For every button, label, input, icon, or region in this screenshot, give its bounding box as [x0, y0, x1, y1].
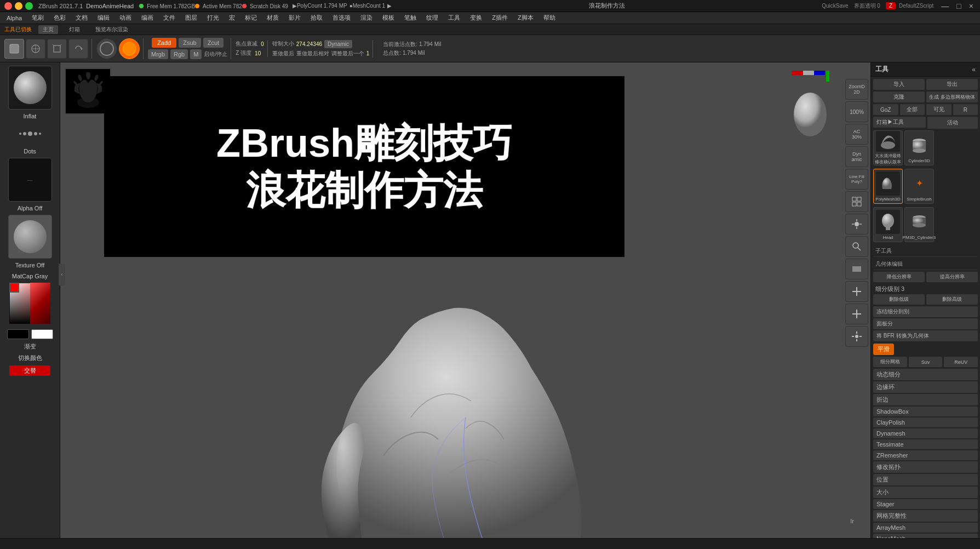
white-color-btn[interactable] [31, 329, 53, 339]
shadowbox-btn[interactable]: ShadowBox [873, 407, 978, 416]
freeze-subdiv-btn[interactable]: 冻结细分到别 [873, 306, 978, 317]
menu-light[interactable]: 打光 [203, 13, 223, 23]
grid-integrity-btn[interactable]: 网格完整性 [873, 510, 978, 522]
del-higher-btn[interactable]: 删除高级 [926, 294, 978, 305]
canvas-area[interactable]: ZBrush雕刻技巧 浪花制作方法 [60, 62, 870, 538]
rotate-mode-btn[interactable] [68, 39, 88, 59]
menu-color[interactable]: 色彩 [49, 13, 70, 23]
menu-texture[interactable]: 纹理 [422, 13, 443, 23]
menu-zscript[interactable]: Z脚本 [513, 13, 538, 23]
scale-mode-btn[interactable] [47, 39, 67, 59]
dynamic-btn[interactable]: Dynamic [324, 40, 352, 48]
zsub-btn[interactable]: Zsub [179, 38, 200, 48]
r-key-btn[interactable]: R [953, 104, 978, 115]
menu-movie[interactable]: 影片 [284, 13, 305, 23]
claypolish-btn[interactable]: ClayPolish [873, 418, 978, 427]
tab-home[interactable]: 主页 [38, 25, 58, 34]
100pct-btn[interactable]: 100% [845, 101, 868, 122]
mrgb-btn[interactable]: Mrgb [148, 49, 168, 59]
restore-icon[interactable]: □ [956, 2, 961, 10]
alpha-preview[interactable]: — [8, 158, 52, 202]
simplebrush-tool[interactable]: ✦ SimpleBrush [904, 169, 934, 204]
draw-mode-btn[interactable] [4, 39, 24, 59]
smooth-btn[interactable]: 平滑 [873, 344, 894, 355]
arraymesh-btn[interactable]: ArrayMesh [873, 523, 978, 533]
dynamesh-btn[interactable]: Dynamesh [873, 428, 978, 438]
minimize-btn[interactable] [15, 2, 22, 10]
menu-stroke[interactable]: 笔触 [400, 13, 421, 23]
menu-marker[interactable]: 标记 [240, 13, 261, 23]
all-btn[interactable]: 全部 [900, 104, 925, 115]
move-mode-btn[interactable] [26, 39, 45, 59]
suv-btn[interactable]: Suv [909, 357, 943, 367]
waterwave-tool[interactable]: 大水滴冲最终修改确认版本 [873, 130, 903, 165]
bfr-convert-btn[interactable]: 将 BFR 转换为几何体 [873, 330, 978, 341]
menu-transform[interactable]: 变换 [466, 13, 486, 23]
subdiv-mesh-btn[interactable]: 细分网格 [873, 357, 907, 367]
circle-btn[interactable] [96, 38, 117, 59]
menu-template[interactable]: 模板 [378, 13, 399, 23]
center-btn[interactable] [845, 214, 868, 235]
zoom2d-btn[interactable]: ZoomD2D [845, 79, 868, 100]
dots-preview[interactable] [8, 123, 52, 145]
menu-macro[interactable]: 宏 [225, 13, 239, 23]
tessimate-btn[interactable]: Tessimate [873, 439, 978, 449]
import-btn[interactable]: 导入 [873, 79, 925, 90]
minimize-icon[interactable]: — [941, 2, 949, 10]
tab-preview-bool[interactable]: 预览布尔渲染 [91, 25, 133, 34]
size-btn[interactable]: 大小 [873, 487, 978, 498]
clone-btn[interactable]: 克隆 [873, 92, 925, 102]
zbrush-logo[interactable]: Z [886, 2, 896, 9]
menu-picker[interactable]: 拾取 [306, 13, 327, 23]
tab-lightbox[interactable]: 灯箱 [65, 25, 84, 34]
subdiv-higher-btn[interactable]: 提高分辨率 [926, 272, 978, 282]
quick-save-btn[interactable]: QuickSave [822, 3, 848, 9]
del-lower-btn[interactable]: 删除低级 [873, 294, 925, 305]
grid-btn[interactable] [845, 191, 868, 212]
m-btn[interactable]: M [190, 49, 202, 59]
visible-btn[interactable]: 可见 [926, 104, 952, 115]
menu-material[interactable]: 材质 [262, 13, 283, 23]
ac30pct-btn[interactable]: AC30% [845, 124, 868, 145]
brush-preview[interactable] [8, 66, 52, 110]
linefill-btn[interactable]: Line FillPoly? [845, 169, 868, 190]
dynamic-subdiv-btn[interactable]: 动态细分 [873, 369, 978, 380]
search-btn[interactable] [845, 236, 868, 257]
menu-brush[interactable]: 笔刷 [27, 13, 48, 23]
stager-btn[interactable]: Stager [873, 499, 978, 509]
texture-preview[interactable] [8, 215, 52, 259]
subdiv-lower-btn[interactable]: 降低分辨率 [873, 272, 925, 282]
crease-btn[interactable]: 折边 [873, 394, 978, 405]
pm3dcylinder-tool[interactable]: PM3D_Cylinder3 [904, 207, 934, 242]
dynamic-btn[interactable]: Dynamic [845, 146, 868, 167]
gradient-bar[interactable] [7, 329, 53, 339]
lightbox-btn[interactable]: 灯箱▶工具 [873, 117, 926, 128]
menu-edit[interactable]: 编辑 [93, 13, 114, 23]
add2-btn[interactable] [845, 304, 868, 324]
panel-loops-btn[interactable]: 面板分 [873, 318, 978, 329]
cylinder3d-tool[interactable]: Cylinder3D [904, 130, 934, 165]
menu-alpha[interactable]: Alpha [2, 14, 26, 22]
close-icon[interactable]: × [969, 2, 973, 10]
reuv-btn[interactable]: ReUV [944, 357, 978, 367]
position-btn[interactable]: 位置 [873, 474, 978, 485]
menu-tool[interactable]: 工具 [444, 13, 465, 23]
nanomesh-btn[interactable]: NanoMesh [873, 534, 978, 538]
menu-help[interactable]: 帮助 [539, 13, 560, 23]
menu-animation[interactable]: 动画 [115, 13, 136, 23]
menu-paint[interactable]: 编画 [137, 13, 158, 23]
zadd-btn[interactable]: Zadd [152, 38, 176, 48]
bevel-btn[interactable]: 边缘环 [873, 381, 978, 393]
close-btn[interactable] [4, 2, 12, 10]
menu-zplugin[interactable]: Z插件 [488, 13, 512, 23]
rgb-btn[interactable]: Rgb [170, 49, 188, 59]
menu-document[interactable]: 文档 [71, 13, 92, 23]
active-btn[interactable]: 活动 [927, 117, 978, 129]
export-btn[interactable]: 导出 [926, 79, 978, 90]
black-color-btn[interactable] [7, 329, 29, 339]
generate-mesh-btn[interactable]: 生成 多边形网格物体 [926, 92, 978, 102]
zcut-btn[interactable]: Zcut [203, 38, 223, 48]
menu-render[interactable]: 渲染 [356, 13, 377, 23]
filled-circle-btn[interactable] [119, 38, 140, 59]
menu-file[interactable]: 文件 [159, 13, 180, 23]
